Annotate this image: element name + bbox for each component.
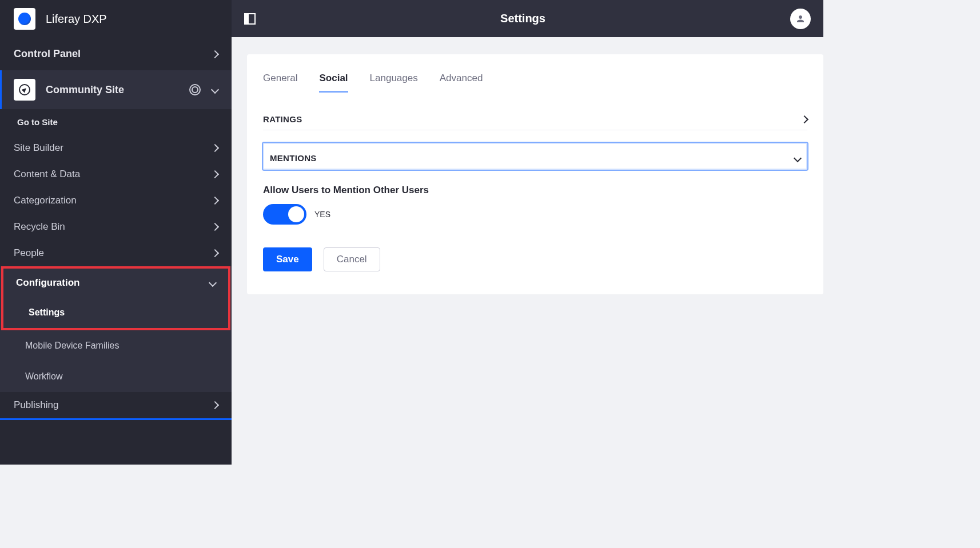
nav-site-header[interactable]: Community Site [0, 70, 232, 109]
sidebar-item-label: Content & Data [14, 169, 80, 180]
content-wrap: General Social Languages Advanced RATING… [232, 37, 823, 465]
site-title: Community Site [46, 84, 124, 96]
chevron-down-icon [794, 154, 802, 162]
chevron-down-icon [211, 86, 219, 94]
chevron-right-icon [211, 144, 219, 152]
allow-mentions-toggle[interactable] [263, 204, 306, 225]
sidebar-item-publishing[interactable]: Publishing [0, 392, 232, 420]
toggle-knob [288, 206, 304, 222]
brand-row: Liferay DXP [0, 0, 232, 38]
nav-control-panel[interactable]: Control Panel [0, 38, 232, 70]
brand-logo [14, 8, 35, 30]
topbar-left [244, 13, 256, 25]
sidebar-item-mobile-device-families[interactable]: Mobile Device Families [0, 330, 232, 361]
sidebar-item-settings[interactable]: Settings [3, 297, 228, 328]
chevron-down-icon [209, 279, 217, 287]
section-mentions-body: Allow Users to Mention Other Users YES [247, 171, 823, 225]
sidebar-item-workflow[interactable]: Workflow [0, 361, 232, 392]
sidebar-item-label: Recycle Bin [14, 221, 65, 233]
config-group: Configuration Settings Mobile Device Fam… [0, 266, 232, 392]
sidebar: Liferay DXP Control Panel Community Site… [0, 0, 232, 465]
section-mentions-title: MENTIONS [270, 153, 317, 163]
panel-toggle-icon[interactable] [244, 13, 256, 25]
sidebar-item-recycle-bin[interactable]: Recycle Bin [0, 214, 232, 240]
toggle-row: YES [263, 204, 807, 225]
tabs: General Social Languages Advanced [247, 73, 823, 93]
chevron-right-icon [211, 50, 219, 58]
compass-icon [19, 84, 30, 95]
cancel-button[interactable]: Cancel [324, 247, 380, 271]
chevron-right-icon [211, 249, 219, 257]
highlight-box: Configuration Settings [1, 266, 230, 330]
sidebar-item-label: People [14, 247, 44, 259]
sidebar-item-content-data[interactable]: Content & Data [0, 161, 232, 187]
liferay-icon [18, 13, 31, 25]
sidebar-item-site-builder[interactable]: Site Builder [0, 135, 232, 161]
target-icon[interactable] [189, 84, 201, 95]
sidebar-item-categorization[interactable]: Categorization [0, 187, 232, 214]
chevron-right-icon [211, 401, 219, 409]
form-buttons: Save Cancel [247, 225, 823, 271]
chevron-right-icon [211, 197, 219, 205]
chevron-right-icon [211, 170, 219, 178]
settings-card: General Social Languages Advanced RATING… [247, 54, 823, 294]
page-title: Settings [256, 12, 790, 25]
sidebar-item-label: Publishing [14, 399, 58, 411]
topbar: Settings [232, 0, 823, 37]
tab-social[interactable]: Social [319, 73, 348, 93]
site-right [189, 84, 218, 95]
user-avatar[interactable] [790, 9, 811, 29]
sidebar-item-label: Site Builder [14, 142, 63, 154]
chevron-right-icon [211, 223, 219, 231]
main: Settings General Social Languages Advanc… [232, 0, 823, 465]
site-icon [14, 79, 35, 101]
site-left: Community Site [14, 79, 124, 101]
sidebar-item-label: Categorization [14, 195, 77, 206]
tab-languages[interactable]: Languages [370, 73, 418, 93]
chevron-right-icon [800, 115, 808, 123]
go-to-site-link[interactable]: Go to Site [0, 109, 232, 135]
toggle-value-label: YES [314, 210, 330, 219]
allow-mentions-label: Allow Users to Mention Other Users [263, 185, 807, 196]
control-panel-label: Control Panel [14, 48, 81, 60]
user-icon [795, 14, 806, 24]
section-ratings-header[interactable]: RATINGS [263, 103, 807, 130]
brand-title: Liferay DXP [46, 13, 107, 26]
section-ratings-title: RATINGS [263, 114, 302, 124]
config-header-label: Configuration [16, 277, 79, 289]
app-root: Liferay DXP Control Panel Community Site… [0, 0, 823, 465]
nav-configuration[interactable]: Configuration [3, 269, 228, 297]
section-mentions-header[interactable]: MENTIONS [262, 142, 808, 171]
tab-general[interactable]: General [263, 73, 297, 93]
save-button[interactable]: Save [263, 247, 312, 271]
tab-advanced[interactable]: Advanced [440, 73, 483, 93]
sidebar-item-people[interactable]: People [0, 240, 232, 266]
